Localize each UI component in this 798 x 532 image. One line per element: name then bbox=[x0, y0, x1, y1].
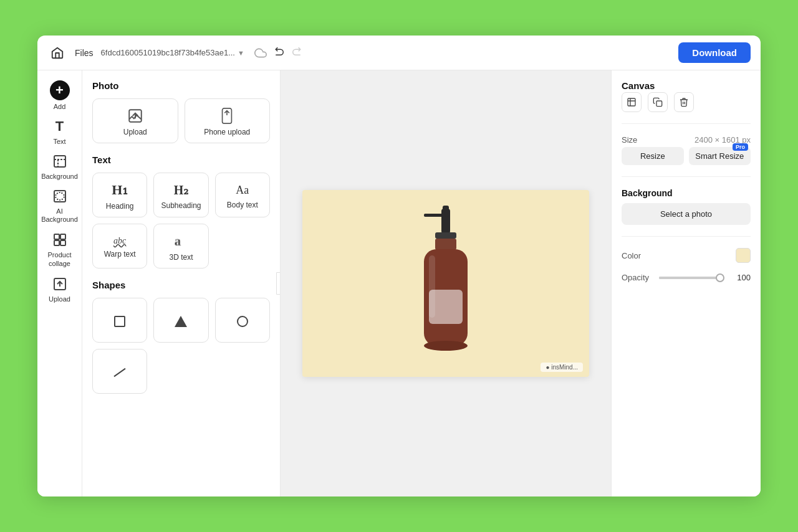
svg-rect-0 bbox=[54, 156, 65, 167]
photo-grid: Upload Phone upload bbox=[92, 98, 270, 143]
smart-resize-button[interactable]: Smart Resize Pro bbox=[689, 147, 751, 165]
upload-card-label: Upload bbox=[123, 128, 147, 136]
size-label: Size bbox=[622, 135, 637, 145]
warp-text-label: Warp text bbox=[104, 250, 136, 259]
3d-text-icon: a bbox=[173, 233, 189, 249]
pro-badge: Pro bbox=[733, 143, 748, 151]
product-collage-icon bbox=[51, 231, 69, 249]
filename-display[interactable]: 6fdcd160051019bc18f73b4fe53ae1... ▼ bbox=[101, 48, 244, 57]
svg-rect-14 bbox=[435, 232, 456, 239]
circle-shape-icon bbox=[237, 316, 248, 327]
sidebar-item-product-collage[interactable]: Product collage bbox=[42, 229, 77, 270]
phone-upload-card-icon bbox=[220, 108, 234, 124]
svg-rect-7 bbox=[60, 240, 65, 245]
triangle-shape-card[interactable] bbox=[153, 298, 208, 343]
upload-card-icon bbox=[127, 108, 143, 124]
redo-button[interactable] bbox=[291, 46, 302, 60]
color-label: Color bbox=[622, 251, 641, 260]
svg-rect-5 bbox=[60, 234, 65, 239]
heading-label: Heading bbox=[106, 202, 134, 211]
body-text-label: Body text bbox=[227, 201, 258, 209]
canvas-panel-title: Canvas bbox=[622, 80, 751, 91]
heading-card[interactable]: H₁ Heading bbox=[92, 173, 147, 217]
color-swatch[interactable] bbox=[736, 248, 751, 263]
canvas-actions bbox=[622, 92, 751, 112]
shapes-grid bbox=[92, 298, 270, 394]
size-row: Size 2400 × 1601 px bbox=[622, 135, 751, 145]
upload-sidebar-icon bbox=[51, 275, 69, 293]
add-panel: Photo Upload bbox=[82, 70, 281, 496]
heading-icon: H₁ bbox=[112, 182, 128, 198]
download-button[interactable]: Download bbox=[678, 42, 751, 63]
svg-rect-20 bbox=[429, 290, 463, 324]
text-grid: H₁ Heading H₂ Subheading Aa Body text ab… bbox=[92, 173, 270, 268]
opacity-value: 100 bbox=[733, 273, 751, 282]
line-shape-icon bbox=[113, 367, 127, 378]
sidebar-item-ai-background[interactable]: AI Background bbox=[42, 185, 77, 226]
panel-collapse-button[interactable]: ‹ bbox=[276, 272, 281, 295]
warp-text-card[interactable]: abc Warp text bbox=[92, 224, 147, 268]
subheading-icon: H₂ bbox=[174, 183, 189, 197]
subheading-card[interactable]: H₂ Subheading bbox=[153, 173, 208, 217]
sidebar-item-background[interactable]: Background bbox=[42, 150, 77, 183]
canvas-delete-button[interactable] bbox=[674, 92, 694, 112]
canvas-content[interactable]: ● insMind... bbox=[302, 190, 589, 377]
phone-upload-card-label: Phone upload bbox=[204, 128, 250, 136]
opacity-slider[interactable] bbox=[659, 277, 723, 279]
product-image bbox=[396, 202, 496, 364]
phone-upload-card[interactable]: Phone upload bbox=[185, 98, 271, 143]
line-shape-card[interactable] bbox=[92, 349, 147, 394]
canvas-area: ● insMind... bbox=[281, 70, 611, 496]
opacity-row: Opacity 100 bbox=[622, 273, 751, 282]
main-layout: + Add T Text Background bbox=[37, 70, 761, 496]
background-icon bbox=[51, 153, 69, 170]
svg-rect-6 bbox=[54, 240, 59, 245]
divider-3 bbox=[622, 236, 751, 237]
cloud-sync-icon bbox=[254, 47, 267, 59]
files-nav[interactable]: Files bbox=[75, 48, 94, 58]
3d-text-label: 3D text bbox=[169, 253, 193, 262]
svg-rect-16 bbox=[424, 214, 446, 217]
upload-card[interactable]: Upload bbox=[92, 98, 178, 143]
circle-shape-card[interactable] bbox=[215, 298, 270, 343]
select-photo-button[interactable]: Select a photo bbox=[622, 203, 751, 225]
svg-text:a: a bbox=[175, 234, 181, 248]
app-window: Files 6fdcd160051019bc18f73b4fe53ae1... … bbox=[37, 36, 761, 496]
square-shape-card[interactable] bbox=[92, 298, 147, 343]
icon-sidebar: + Add T Text Background bbox=[37, 70, 82, 496]
header: Files 6fdcd160051019bc18f73b4fe53ae1... … bbox=[37, 36, 761, 70]
square-shape-icon bbox=[114, 316, 125, 327]
photo-section-title: Photo bbox=[92, 80, 270, 91]
opacity-label: Opacity bbox=[622, 273, 649, 282]
canvas-style-button[interactable] bbox=[622, 92, 642, 112]
opacity-section: Opacity 100 bbox=[622, 273, 751, 282]
size-section: Size 2400 × 1601 px Resize Smart Resize … bbox=[622, 135, 751, 165]
ai-background-icon bbox=[51, 188, 69, 205]
svg-rect-22 bbox=[628, 98, 635, 106]
svg-rect-4 bbox=[54, 234, 59, 239]
sidebar-item-add[interactable]: + Add bbox=[42, 78, 77, 113]
color-section: Color bbox=[622, 248, 751, 263]
color-row: Color bbox=[622, 248, 751, 263]
canvas-copy-button[interactable] bbox=[648, 92, 668, 112]
warp-text-icon: abc bbox=[113, 236, 126, 246]
background-panel-title: Background bbox=[622, 188, 751, 198]
sidebar-item-upload[interactable]: Upload bbox=[42, 273, 77, 305]
subheading-label: Subheading bbox=[161, 201, 201, 210]
3d-text-card[interactable]: a 3D text bbox=[153, 224, 208, 268]
svg-rect-23 bbox=[656, 101, 662, 107]
filename-chevron: ▼ bbox=[238, 49, 244, 57]
body-text-card[interactable]: Aa Body text bbox=[215, 173, 270, 217]
sidebar-item-text[interactable]: T Text bbox=[42, 115, 77, 148]
resize-button[interactable]: Resize bbox=[622, 147, 684, 165]
resize-buttons: Resize Smart Resize Pro bbox=[622, 147, 751, 165]
right-panel: Canvas bbox=[611, 70, 761, 496]
divider-1 bbox=[622, 123, 751, 124]
body-text-icon: Aa bbox=[236, 184, 249, 197]
history-controls bbox=[274, 46, 302, 60]
home-button[interactable] bbox=[47, 43, 67, 63]
svg-point-21 bbox=[424, 341, 468, 351]
add-icon: + bbox=[50, 80, 70, 100]
undo-button[interactable] bbox=[274, 46, 286, 60]
watermark: ● insMind... bbox=[541, 363, 583, 372]
